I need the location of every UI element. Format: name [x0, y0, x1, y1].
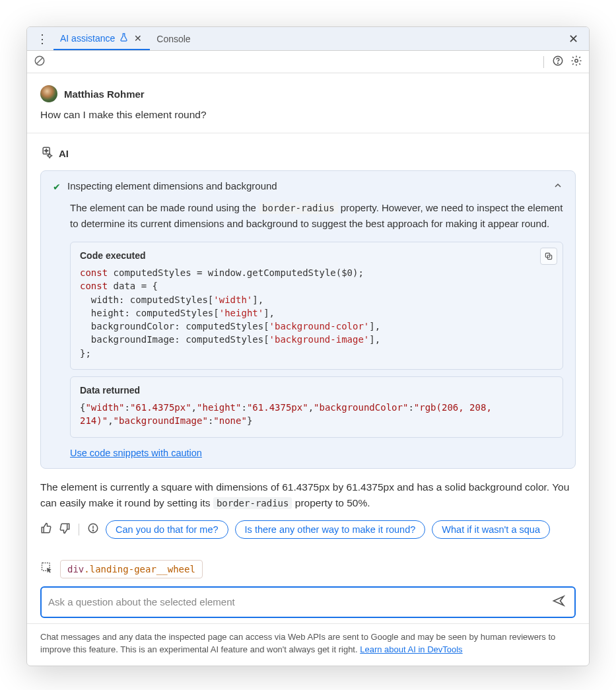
code-inline: border-radius — [213, 497, 292, 509]
tabbar: ⋮ AI assistance ✕ Console ✕ — [27, 27, 589, 51]
user-name: Matthias Rohmer — [64, 88, 145, 100]
send-button[interactable] — [549, 592, 568, 613]
code-inline: border-radius — [259, 202, 338, 214]
avatar — [40, 85, 57, 102]
svg-line-1 — [37, 57, 43, 63]
caution-link: Use code snippets with caution — [70, 447, 563, 459]
user-header: Matthias Rohmer — [40, 85, 576, 102]
element-class: .landing-gear__wheel — [84, 564, 195, 574]
input-area: div.landing-gear__wheel — [27, 551, 589, 623]
help-icon[interactable] — [552, 55, 564, 69]
code-executed-title: Code executed — [80, 250, 553, 261]
code-executed-card: Code executed const computedStyles = win… — [70, 242, 563, 370]
feedback-row: Can you do that for me? Is there any oth… — [40, 520, 576, 539]
chat-area: Matthias Rohmer How can I make this elem… — [27, 73, 589, 551]
user-message: How can I make this element round? — [40, 109, 576, 121]
code-block: const computedStyles = window.getCompute… — [80, 266, 553, 360]
suggestion-chip[interactable]: Can you do that for me? — [106, 520, 228, 539]
more-icon[interactable]: ⋮ — [31, 32, 53, 46]
divider — [27, 133, 589, 133]
data-block: {"width":"61.4375px","height":"61.4375px… — [80, 401, 553, 428]
close-tab-icon[interactable]: ✕ — [133, 33, 143, 44]
tab-label: AI assistance — [60, 33, 115, 44]
svg-point-4 — [575, 59, 578, 62]
check-icon: ✔ — [53, 182, 61, 192]
element-picker-icon[interactable] — [40, 561, 53, 577]
suggestion-chip[interactable]: What if it wasn't a squa — [432, 520, 550, 539]
report-icon[interactable] — [87, 522, 99, 537]
chevron-up-icon[interactable] — [553, 180, 563, 193]
ai-header: AI — [40, 145, 576, 161]
thumbs-down-icon[interactable] — [59, 522, 71, 537]
inspect-step: ✔ Inspecting element dimensions and back… — [40, 170, 576, 469]
flask-icon — [119, 32, 129, 44]
inspect-title: Inspecting element dimensions and backgr… — [67, 180, 277, 191]
prompt-input[interactable] — [48, 596, 549, 607]
tab-label: Console — [156, 34, 190, 44]
svg-point-3 — [558, 63, 559, 63]
thumbs-up-icon[interactable] — [40, 522, 52, 537]
devtools-panel: ⋮ AI assistance ✕ Console ✕ — [26, 26, 590, 666]
sparkle-icon — [40, 145, 53, 161]
ai-summary: The element is currently a square with d… — [40, 479, 576, 511]
element-chip[interactable]: div.landing-gear__wheel — [60, 560, 203, 578]
selected-element-row: div.landing-gear__wheel — [40, 560, 576, 578]
disclaimer-footer: Chat messages and any data the inspected… — [27, 623, 589, 666]
data-returned-title: Data returned — [80, 385, 553, 396]
suggestion-chips: Can you do that for me? Is there any oth… — [106, 520, 576, 539]
caution-anchor[interactable]: Use code snippets with caution — [70, 448, 202, 458]
tab-console[interactable]: Console — [150, 27, 197, 50]
copy-button[interactable] — [540, 248, 557, 265]
separator — [543, 56, 544, 68]
suggestion-chip[interactable]: Is there any other way to make it round? — [235, 520, 426, 539]
ai-label: AI — [59, 148, 69, 159]
svg-point-10 — [92, 530, 93, 530]
settings-icon[interactable] — [570, 55, 582, 69]
separator — [79, 524, 79, 535]
clear-icon[interactable] — [34, 55, 46, 69]
learn-more-link[interactable]: Learn about AI in DevTools — [360, 644, 462, 654]
prompt-box — [40, 586, 576, 618]
inspect-description: The element can be made round using the … — [70, 200, 563, 231]
element-tag: div — [67, 564, 84, 574]
close-panel-icon[interactable]: ✕ — [562, 32, 585, 46]
tab-ai-assistance[interactable]: AI assistance ✕ — [53, 27, 150, 50]
data-returned-card: Data returned {"width":"61.4375px","heig… — [70, 376, 563, 438]
toolbar — [27, 51, 589, 73]
